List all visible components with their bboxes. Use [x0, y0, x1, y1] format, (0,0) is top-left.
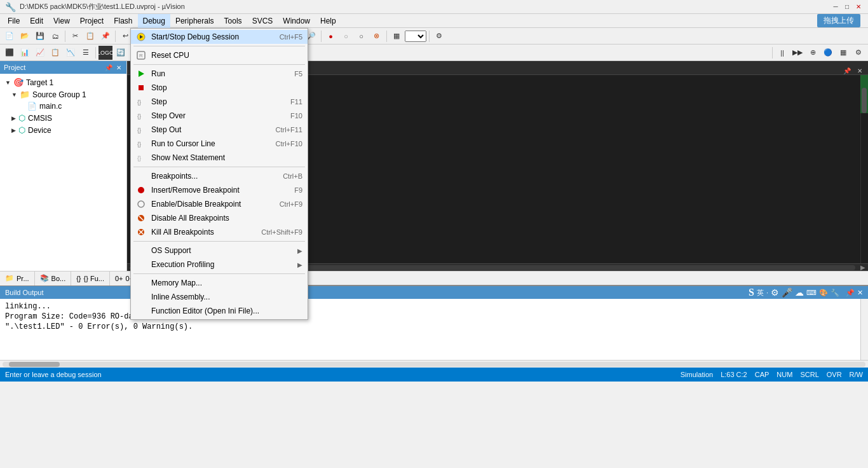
stepout-icon: {}: [136, 125, 146, 135]
exec-profiling-icon: [136, 259, 146, 270]
run-cursor-label: Run to Cursor Line: [151, 139, 271, 148]
svg-point-11: [138, 187, 144, 193]
sep5: [133, 273, 305, 274]
runcursor-icon: {}: [136, 139, 146, 149]
sep2: [133, 64, 305, 65]
svg-text:{}: {}: [137, 99, 141, 106]
sep4: [133, 241, 305, 242]
menu-step[interactable]: {} Step F11: [131, 95, 308, 109]
svg-point-12: [138, 201, 144, 207]
memory-map-icon: [136, 278, 146, 288]
kill-all-bp-shortcut: Ctrl+Shift+F9: [261, 228, 302, 236]
svg-text:{}: {}: [137, 155, 141, 162]
func-editor-label: Function Editor (Open Ini File)...: [151, 306, 297, 315]
memory-map-label: Memory Map...: [151, 279, 297, 287]
menu-func-editor[interactable]: Function Editor (Open Ini File)...: [131, 304, 308, 318]
shownext-icon: {}: [136, 153, 146, 163]
insert-bp-label: Insert/Remove Breakpoint: [151, 186, 289, 195]
menu-kill-all-bp[interactable]: Kill All Breakpoints Ctrl+Shift+F9: [131, 225, 308, 239]
step-over-label: Step Over: [151, 111, 285, 120]
insert-bp-icon: [136, 185, 146, 195]
inline-asm-label: Inline Assembly...: [151, 292, 297, 301]
menu-exec-profiling[interactable]: Execution Profiling ▶: [131, 258, 308, 272]
menu-step-out[interactable]: {} Step Out Ctrl+F11: [131, 123, 308, 137]
svg-rect-5: [139, 85, 144, 90]
show-next-label: Show Next Statement: [151, 153, 297, 162]
menu-os-support[interactable]: OS Support ▶: [131, 244, 308, 258]
stepover-icon: {}: [136, 111, 146, 121]
menu-enable-bp[interactable]: Enable/Disable Breakpoint Ctrl+F9: [131, 197, 308, 211]
svg-text:R: R: [139, 53, 143, 59]
sep3: [133, 167, 305, 167]
breakpoints-shortcut: Ctrl+B: [283, 172, 302, 180]
breakpoints-label: Breakpoints...: [151, 172, 278, 181]
debug-menu: Start/Stop Debug Session Ctrl+F5 R Reset…: [130, 28, 308, 320]
disable-all-bp-label: Disable All Breakpoints: [151, 214, 297, 223]
start-stop-shortcut: Ctrl+F5: [280, 33, 302, 41]
menu-memory-map[interactable]: Memory Map...: [131, 276, 308, 290]
stop-label: Stop: [151, 83, 297, 92]
os-support-arrow: ▶: [297, 247, 302, 254]
menu-reset-cpu[interactable]: R Reset CPU: [131, 48, 308, 62]
menu-run-cursor[interactable]: {} Run to Cursor Line Ctrl+F10: [131, 137, 308, 151]
kill-bp-icon: [136, 227, 146, 237]
step-label: Step: [151, 97, 285, 106]
sep1: [133, 46, 305, 46]
start-stop-label: Start/Stop Debug Session: [151, 32, 275, 41]
insert-bp-shortcut: F9: [294, 186, 302, 194]
os-support-label: OS Support: [151, 246, 292, 255]
run-icon: [136, 69, 146, 79]
step-over-shortcut: F10: [290, 112, 302, 120]
os-support-icon: [136, 245, 146, 256]
step-out-shortcut: Ctrl+F11: [276, 126, 303, 134]
disable-all-bp-icon: [136, 213, 146, 223]
svg-text:{}: {}: [137, 141, 141, 148]
reset-icon: R: [136, 50, 146, 60]
menu-step-over[interactable]: {} Step Over F10: [131, 109, 308, 123]
reset-cpu-label: Reset CPU: [151, 51, 297, 60]
svg-text:{}: {}: [137, 113, 141, 120]
menu-inline-asm[interactable]: Inline Assembly...: [131, 290, 308, 304]
exec-profiling-label: Execution Profiling: [151, 260, 292, 269]
menu-disable-all-bp[interactable]: Disable All Breakpoints: [131, 211, 308, 225]
run-label: Run: [151, 69, 289, 78]
bp-icon: [136, 171, 146, 181]
svg-text:{}: {}: [137, 127, 141, 134]
menu-show-next[interactable]: {} Show Next Statement: [131, 151, 308, 165]
step-icon: {}: [136, 97, 146, 107]
menu-start-stop[interactable]: Start/Stop Debug Session Ctrl+F5: [131, 30, 308, 44]
enable-bp-icon: [136, 199, 146, 209]
inline-asm-icon: [136, 292, 146, 302]
kill-all-bp-label: Kill All Breakpoints: [151, 228, 256, 237]
menu-stop[interactable]: Stop: [131, 81, 308, 95]
menu-run[interactable]: Run F5: [131, 67, 308, 81]
exec-profiling-arrow: ▶: [297, 261, 302, 268]
run-cursor-shortcut: Ctrl+F10: [276, 140, 303, 148]
debug-icon: [136, 32, 146, 42]
menu-breakpoints[interactable]: Breakpoints... Ctrl+B: [131, 169, 308, 183]
menu-insert-bp[interactable]: Insert/Remove Breakpoint F9: [131, 183, 308, 197]
stop-icon: [136, 83, 146, 93]
run-shortcut: F5: [294, 70, 302, 78]
step-out-label: Step Out: [151, 125, 271, 134]
step-shortcut: F11: [290, 98, 302, 106]
func-editor-icon: [136, 306, 146, 316]
enable-bp-shortcut: Ctrl+F9: [280, 200, 302, 208]
enable-bp-label: Enable/Disable Breakpoint: [151, 200, 275, 209]
svg-marker-4: [139, 71, 144, 77]
